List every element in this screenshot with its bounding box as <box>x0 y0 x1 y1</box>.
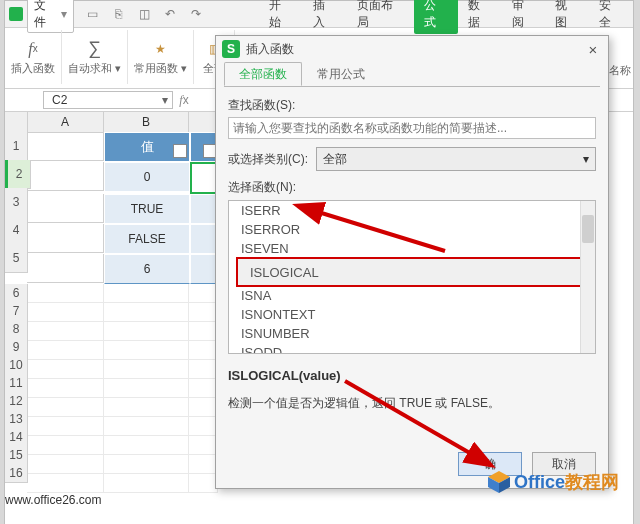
cell[interactable] <box>104 436 189 455</box>
function-list-item[interactable]: ISNA <box>229 286 595 305</box>
cell[interactable]: TRUE <box>104 194 190 224</box>
col-header-b[interactable]: B <box>104 112 189 133</box>
cell[interactable] <box>104 417 189 436</box>
cell[interactable] <box>104 398 189 417</box>
function-list-item[interactable]: ISERROR <box>229 220 595 239</box>
row-header[interactable]: 12 <box>5 392 28 411</box>
col-header-a[interactable]: A <box>27 112 104 133</box>
ribbon-autosum[interactable]: ∑ 自动求和 ▾ <box>62 30 128 84</box>
cell[interactable] <box>27 341 104 360</box>
cell[interactable]: FALSE <box>104 224 190 254</box>
row-header[interactable]: 9 <box>5 338 28 357</box>
tab-page-layout[interactable]: 页面布局 <box>347 0 415 34</box>
function-list-item-selected[interactable]: ISLOGICAL <box>237 258 595 286</box>
close-icon[interactable]: × <box>578 41 608 58</box>
cell[interactable] <box>104 322 189 341</box>
save-icon[interactable]: ▭ <box>84 5 102 23</box>
scrollbar[interactable] <box>580 201 595 353</box>
cell[interactable] <box>27 224 104 253</box>
cell[interactable]: 0 <box>104 162 190 192</box>
cell[interactable] <box>189 360 218 379</box>
row-header[interactable]: 10 <box>5 356 28 375</box>
ribbon-common-functions[interactable]: ★ 常用函数 ▾ <box>128 30 194 84</box>
cell[interactable] <box>27 162 104 191</box>
cell[interactable] <box>104 303 189 322</box>
cell[interactable] <box>27 284 104 303</box>
cell[interactable] <box>27 322 104 341</box>
row-header[interactable]: 5 <box>5 244 28 273</box>
row-header[interactable]: 3 <box>5 188 28 217</box>
tab-view[interactable]: 视图 <box>545 0 589 34</box>
tab-data[interactable]: 数据 <box>458 0 502 34</box>
cell[interactable] <box>189 455 218 474</box>
tab-formulas[interactable]: 公式 <box>414 0 458 34</box>
cell[interactable] <box>27 379 104 398</box>
undo-icon[interactable]: ↶ <box>161 5 179 23</box>
cell[interactable] <box>104 379 189 398</box>
col-header-c[interactable] <box>189 112 218 133</box>
row-header[interactable]: 7 <box>5 302 28 321</box>
cell[interactable] <box>27 303 104 322</box>
preview-icon[interactable]: ◫ <box>135 5 153 23</box>
function-listbox[interactable]: ISERR ISERROR ISEVEN ISLOGICAL ISNA ISNO… <box>228 200 596 354</box>
cell[interactable] <box>27 194 104 223</box>
cell[interactable] <box>189 436 218 455</box>
redo-icon[interactable]: ↷ <box>187 5 205 23</box>
row-header[interactable]: 1 <box>5 132 28 161</box>
row-header[interactable]: 14 <box>5 428 28 447</box>
cell[interactable] <box>27 417 104 436</box>
print-icon[interactable]: ⎘ <box>110 5 128 23</box>
row-header[interactable]: 11 <box>5 374 28 393</box>
dialog-tab-common-formulas[interactable]: 常用公式 <box>302 62 380 86</box>
cell[interactable] <box>104 360 189 379</box>
tab-review[interactable]: 审阅 <box>502 0 546 34</box>
select-all-corner[interactable] <box>5 112 28 133</box>
function-list-item[interactable]: ISNUMBER <box>229 324 595 343</box>
cell[interactable] <box>189 398 218 417</box>
row-header[interactable]: 16 <box>5 464 28 483</box>
cell[interactable] <box>189 284 218 303</box>
fx-button-icon[interactable]: fx <box>173 89 195 111</box>
row-header[interactable]: 2 <box>5 160 31 189</box>
cell[interactable] <box>189 474 218 493</box>
row-header[interactable]: 15 <box>5 446 28 465</box>
row-header[interactable]: 8 <box>5 320 28 339</box>
ribbon-insert-function[interactable]: fx 插入函数 <box>5 30 62 84</box>
cell[interactable] <box>104 341 189 360</box>
tab-security[interactable]: 安全 <box>589 0 633 34</box>
function-list-item[interactable]: ISEVEN <box>229 239 595 258</box>
row-header[interactable]: 4 <box>5 216 28 245</box>
cell[interactable] <box>27 474 104 493</box>
cell[interactable] <box>27 455 104 474</box>
cell[interactable] <box>189 417 218 436</box>
function-list-item[interactable]: ISNONTEXT <box>229 305 595 324</box>
filter-icon[interactable] <box>173 144 187 158</box>
cell[interactable] <box>27 254 104 283</box>
search-input[interactable] <box>228 117 596 139</box>
cell[interactable] <box>189 379 218 398</box>
cell[interactable]: 6 <box>104 254 190 284</box>
dialog-titlebar[interactable]: S 插入函数 × <box>216 36 608 62</box>
category-select[interactable]: 全部 ▾ <box>316 147 596 171</box>
scrollbar-thumb[interactable] <box>582 215 594 243</box>
table-header-cell[interactable]: 值 <box>104 132 190 162</box>
cell[interactable] <box>104 474 189 493</box>
cell[interactable] <box>104 455 189 474</box>
function-list-item[interactable]: ISODD <box>229 343 595 354</box>
file-menu-button[interactable]: 文件 ▾ <box>27 0 74 33</box>
cell[interactable] <box>27 398 104 417</box>
cell[interactable] <box>27 132 104 161</box>
cell[interactable] <box>189 341 218 360</box>
cell[interactable] <box>104 284 189 303</box>
function-list-item[interactable]: ISERR <box>229 201 595 220</box>
row-header[interactable]: 6 <box>5 284 28 303</box>
cell[interactable] <box>27 360 104 379</box>
cell[interactable] <box>189 303 218 322</box>
cell[interactable] <box>189 322 218 341</box>
dialog-tab-all-functions[interactable]: 全部函数 <box>224 62 302 86</box>
name-box[interactable]: C2 ▾ <box>43 91 173 109</box>
tab-start[interactable]: 开始 <box>259 0 303 34</box>
cell[interactable] <box>27 436 104 455</box>
tab-insert[interactable]: 插入 <box>303 0 347 34</box>
row-header[interactable]: 13 <box>5 410 28 429</box>
